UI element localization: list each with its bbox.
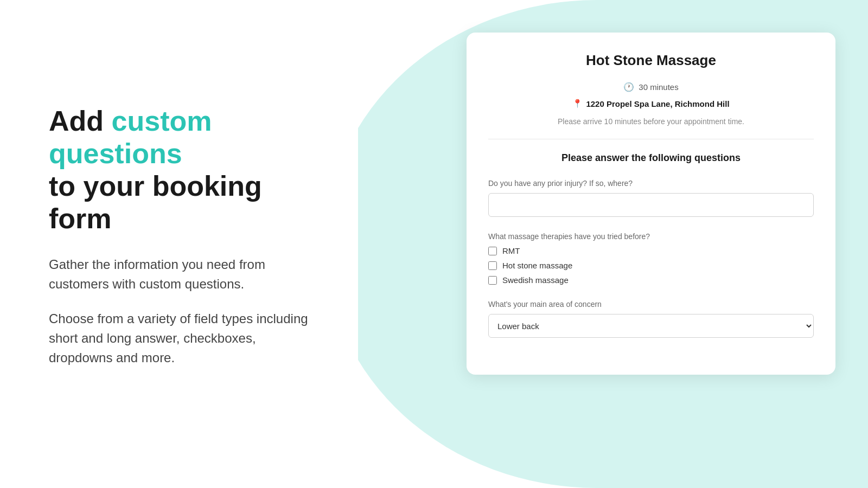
description-1: Gather the information you need from cus… bbox=[49, 255, 315, 294]
question-1-group: Do you have any prior injury? If so, whe… bbox=[488, 179, 814, 217]
card-title: Hot Stone Massage bbox=[488, 52, 814, 69]
location-icon: 📍 bbox=[572, 99, 583, 108]
heading-text-rest: to your booking form bbox=[49, 170, 262, 234]
checkbox-rmt[interactable]: RMT bbox=[488, 246, 814, 255]
duration-text: 30 minutes bbox=[639, 82, 678, 92]
card-meta: 🕐 30 minutes bbox=[488, 82, 814, 92]
location-text: 1220 Propel Spa Lane, Richmond Hill bbox=[586, 99, 729, 108]
q2-label: What massage therapies have you tried be… bbox=[488, 232, 814, 241]
q1-input[interactable] bbox=[488, 193, 814, 217]
q3-select[interactable]: Lower back Upper back Neck Shoulders Leg… bbox=[488, 314, 814, 338]
questions-title: Please answer the following questions bbox=[488, 152, 814, 164]
checkbox-hot-stone-input[interactable] bbox=[488, 261, 497, 270]
checkbox-swedish-label: Swedish massage bbox=[502, 275, 569, 285]
checkbox-rmt-label: RMT bbox=[502, 246, 520, 255]
q2-checkbox-group: RMT Hot stone massage Swedish massage bbox=[488, 246, 814, 285]
checkbox-hot-stone[interactable]: Hot stone massage bbox=[488, 261, 814, 270]
checkbox-rmt-input[interactable] bbox=[488, 247, 497, 255]
location-meta: 📍 1220 Propel Spa Lane, Richmond Hill bbox=[488, 99, 814, 108]
notice-text: Please arrive 10 minutes before your app… bbox=[488, 117, 814, 139]
q1-label: Do you have any prior injury? If so, whe… bbox=[488, 179, 814, 188]
booking-card: Hot Stone Massage 🕐 30 minutes 📍 1220 Pr… bbox=[467, 33, 835, 375]
clock-icon: 🕐 bbox=[623, 82, 634, 92]
description-2: Choose from a variety of field types inc… bbox=[49, 309, 315, 368]
q3-label: What's your main area of concern bbox=[488, 300, 814, 309]
checkbox-hot-stone-label: Hot stone massage bbox=[502, 261, 572, 270]
question-2-group: What massage therapies have you tried be… bbox=[488, 232, 814, 285]
heading-text-add: Add bbox=[49, 105, 112, 137]
right-panel: Hot Stone Massage 🕐 30 minutes 📍 1220 Pr… bbox=[358, 0, 868, 488]
left-panel: Add custom questions to your booking for… bbox=[0, 0, 358, 488]
checkbox-swedish-input[interactable] bbox=[488, 276, 497, 285]
duration-meta: 🕐 30 minutes bbox=[623, 82, 678, 92]
main-heading: Add custom questions to your booking for… bbox=[49, 105, 315, 235]
checkbox-swedish[interactable]: Swedish massage bbox=[488, 275, 814, 285]
question-3-group: What's your main area of concern Lower b… bbox=[488, 300, 814, 338]
